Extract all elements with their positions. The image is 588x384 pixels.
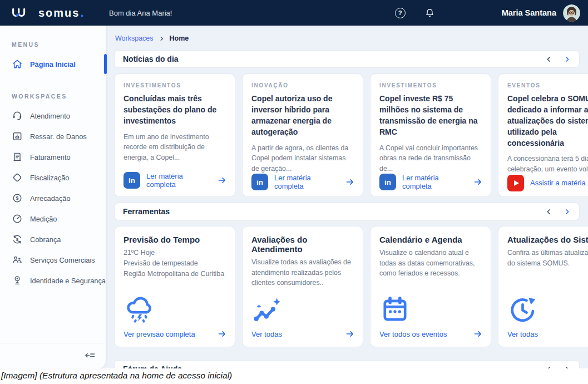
arrow-right-icon[interactable] <box>345 177 355 187</box>
sidebar-item-servicos-comerciais[interactable]: Serviços Comerciais <box>0 253 106 267</box>
watch-article-link[interactable]: Assistir a matéria <box>530 179 586 187</box>
sidebar-item-pagina-inicial[interactable]: Página Inicial <box>0 57 106 71</box>
news-next-chevron-icon[interactable] <box>564 56 571 63</box>
brand-logo[interactable]: somus. <box>0 6 106 20</box>
trend-sparkle-icon <box>251 293 355 325</box>
ratings-link[interactable]: Ver todas <box>251 330 282 338</box>
news-card[interactable]: EVENTOS Copel celebra o SOMUS dedicado a… <box>498 73 588 197</box>
sidebar-item-label: Página Inicial <box>30 60 76 68</box>
linkedin-icon[interactable]: in <box>379 174 396 190</box>
weather-link[interactable]: Ver previsão completa <box>123 330 195 338</box>
arrow-right-icon[interactable] <box>217 175 227 185</box>
weather-forecast: Previsão de tempestade <box>123 258 227 269</box>
tool-title: Atualizações do Sistema <box>507 235 588 244</box>
linkedin-icon[interactable]: in <box>251 174 268 190</box>
sidebar-item-fiscalizacao[interactable]: Fiscalização <box>0 171 106 184</box>
sidebar-item-label: Arrecadação <box>30 194 71 203</box>
read-article-link[interactable]: Ler matéria completa <box>274 174 339 190</box>
news-excerpt: A Copel vai concluir importantes obras n… <box>379 143 483 174</box>
news-prev-chevron-icon[interactable] <box>545 56 552 63</box>
user-avatar[interactable] <box>563 4 580 22</box>
tools-next-chevron-icon[interactable] <box>564 208 571 215</box>
news-section-title: Notícias do dia <box>123 55 179 63</box>
news-title: Copel autoriza uso de inversor híbrido p… <box>251 93 355 138</box>
notifications-bell-icon[interactable] <box>424 8 435 18</box>
brand-name: somus <box>38 7 80 19</box>
calendar-icon <box>379 294 483 325</box>
top-header: somus. Bom dia Ana Maria! ? Maria Santan… <box>0 0 588 26</box>
arrow-right-icon[interactable] <box>473 329 483 339</box>
billing-cycle-icon: $ <box>12 234 23 245</box>
sidebar-item-faturamento[interactable]: Faturamento <box>0 150 106 164</box>
headset-icon <box>12 110 23 121</box>
user-name: Maria Santana <box>502 8 556 17</box>
breadcrumb-current: Home <box>170 35 189 42</box>
arrow-right-icon[interactable] <box>217 329 227 339</box>
tool-card-calendar[interactable]: Calendário e Agenda Visualize o calendár… <box>370 226 491 347</box>
sidebar-item-identidade-e-seguranca[interactable]: Identidade e Segurança <box>0 274 106 287</box>
read-article-link[interactable]: Ler matéria completa <box>146 172 211 189</box>
breadcrumb-workspaces-link[interactable]: Workspaces <box>115 35 154 42</box>
breadcrumb-chevron-icon <box>159 36 165 42</box>
forum-section-title: Fórum de Ajuda <box>123 365 182 368</box>
brand-dot: . <box>80 6 83 19</box>
sidebar-item-label: Identidade e Segurança <box>30 277 106 285</box>
tool-description: Confira as últimas atualizações do siste… <box>507 248 588 268</box>
sidebar-section-menus: MENUS <box>0 41 106 48</box>
news-title: Copel investe R$ 75 milhões no sistema d… <box>379 93 483 138</box>
invoice-icon <box>12 151 23 163</box>
sidebar-item-label: Faturamento <box>30 153 71 161</box>
sidebar-item-label: Medição <box>30 215 57 223</box>
news-category: INVESTIMENTOS <box>379 82 483 88</box>
tool-title: Calendário e Agenda <box>379 235 483 244</box>
svg-text:$: $ <box>16 195 19 201</box>
news-title: Copel celebra o SOMUS dedicado a informa… <box>507 93 588 149</box>
breadcrumb: Workspaces Home <box>115 33 588 43</box>
sidebar-item-ressar-de-danos[interactable]: Ressar. de Danos <box>0 130 106 143</box>
news-card[interactable]: INVESTIMENTOS Copel investe R$ 75 milhõe… <box>370 73 491 197</box>
tools-section-title: Ferramentas <box>123 207 170 216</box>
storm-cloud-icon <box>123 293 227 325</box>
forum-prev-chevron-icon[interactable] <box>545 366 552 369</box>
news-category: EVENTOS <box>507 82 588 88</box>
collapse-sidebar-icon[interactable] <box>84 349 96 361</box>
news-excerpt: Em um ano de investimento recorde em dis… <box>123 132 227 163</box>
news-card[interactable]: INOVAÇÃO Copel autoriza uso de inversor … <box>242 73 363 197</box>
youtube-icon[interactable] <box>507 175 524 191</box>
sidebar-item-label: Ressar. de Danos <box>30 132 87 141</box>
news-excerpt: A partir de agora, os clientes da Copel … <box>251 143 355 174</box>
forum-next-chevron-icon[interactable] <box>564 366 571 369</box>
news-card[interactable]: INVESTIMENTOS Concluídas mais três subes… <box>114 73 235 197</box>
news-excerpt: A concessionária terá 5 dias de celebraç… <box>507 154 588 174</box>
calendar-link[interactable]: Ver todos os eventos <box>379 330 447 338</box>
greeting-text: Bom dia Ana Maria! <box>109 9 172 17</box>
news-category: INVESTIMENTOS <box>123 82 227 88</box>
sidebar-item-atendimento[interactable]: Atendimento <box>0 109 106 122</box>
help-icon[interactable]: ? <box>395 8 406 18</box>
tools-prev-chevron-icon[interactable] <box>545 208 552 215</box>
sidebar-item-label: Cobrança <box>30 235 61 244</box>
sidebar-item-medicao[interactable]: Medição <box>0 212 106 225</box>
news-category: INOVAÇÃO <box>251 82 355 88</box>
updates-link[interactable]: Ver todas <box>507 330 538 338</box>
tool-title: Avaliações do Atendimento <box>251 235 355 254</box>
sidebar-item-arrecadacao[interactable]: $ Arrecadação <box>0 191 106 205</box>
app-window: somus. Bom dia Ana Maria! ? Maria Santan… <box>0 0 588 368</box>
sidebar-item-label: Fiscalização <box>30 174 69 182</box>
arrow-right-icon[interactable] <box>473 177 483 187</box>
people-icon <box>12 254 23 265</box>
sidebar: MENUS Página Inicial WORKSPACES Atendime… <box>0 26 106 368</box>
linkedin-icon[interactable]: in <box>123 172 140 189</box>
tool-card-ratings[interactable]: Avaliações do Atendimento Visualize toda… <box>242 226 363 347</box>
active-item-indicator <box>104 54 107 74</box>
main-content: Workspaces Home Notícias do dia INVESTIM… <box>106 26 588 368</box>
somus-logo-icon <box>11 6 33 19</box>
tool-card-system-updates[interactable]: Atualizações do Sistema Confira as últim… <box>498 226 588 347</box>
tool-title: Previsão do Tempo <box>123 235 227 244</box>
tool-card-weather[interactable]: Previsão do Tempo 21ºC Hoje Previsão de … <box>114 226 235 347</box>
forum-section-bar: Fórum de Ajuda <box>114 360 580 368</box>
sidebar-item-label: Serviços Comerciais <box>30 256 95 264</box>
arrow-right-icon[interactable] <box>345 329 355 339</box>
read-article-link[interactable]: Ler matéria completa <box>402 174 467 190</box>
sidebar-item-cobranca[interactable]: $ Cobrança <box>0 233 106 246</box>
